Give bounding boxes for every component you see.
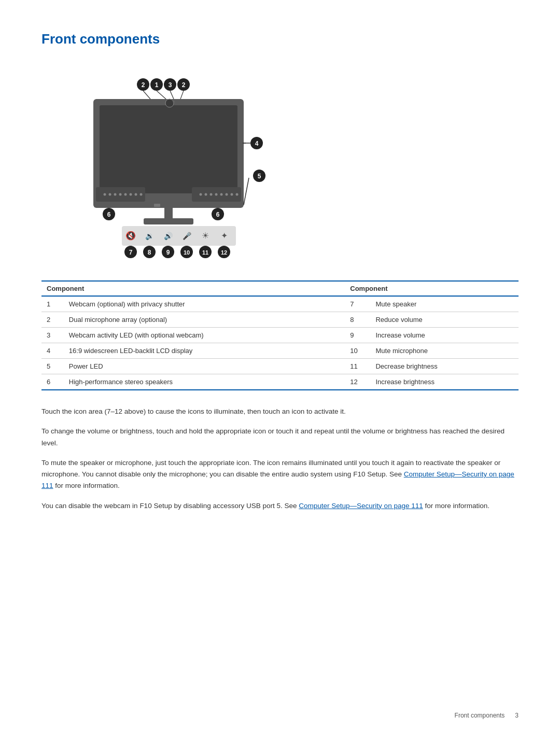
row-num-right: 12: [345, 374, 370, 390]
svg-rect-24: [154, 204, 160, 207]
row-num-right: 7: [345, 296, 370, 312]
svg-line-65: [180, 91, 184, 99]
row-desc-right: Increase brightness: [370, 374, 519, 390]
svg-point-21: [226, 193, 228, 196]
svg-text:9: 9: [166, 249, 170, 256]
svg-text:3: 3: [169, 81, 172, 89]
security-link-2[interactable]: Computer Setup—Security on page 111: [299, 502, 423, 510]
svg-text:✦: ✦: [221, 231, 228, 240]
svg-text:🔇: 🔇: [125, 231, 136, 241]
row-num-right: 10: [345, 343, 370, 359]
svg-text:2: 2: [182, 81, 186, 89]
row-desc-left: Webcam (optional) with privacy shutter: [64, 296, 345, 312]
svg-text:🎤: 🎤: [183, 232, 192, 241]
svg-point-4: [165, 99, 174, 107]
svg-rect-25: [122, 226, 236, 246]
row-desc-left: Power LED: [64, 359, 345, 374]
body-paragraph-3: To mute the speaker or microphone, just …: [41, 457, 519, 492]
table-header-col2: Component: [345, 281, 519, 296]
svg-point-10: [119, 193, 122, 196]
footer-label: Front components: [455, 712, 505, 719]
table-row: 5Power LED11Decrease brightness: [41, 359, 519, 374]
svg-point-9: [114, 193, 117, 196]
svg-line-64: [170, 91, 174, 99]
svg-point-12: [130, 193, 132, 196]
table-row: 2Dual microphone array (optional)8Reduce…: [41, 312, 519, 328]
svg-text:2: 2: [142, 81, 145, 89]
page-title: Front components: [41, 31, 519, 47]
row-desc-left: 16:9 widescreen LED-backlit LCD display: [64, 343, 345, 359]
svg-point-22: [231, 193, 233, 196]
row-num-right: 9: [345, 328, 370, 343]
svg-text:4: 4: [255, 140, 259, 147]
row-num-right: 8: [345, 312, 370, 328]
row-num-left: 6: [41, 374, 64, 390]
svg-text:7: 7: [129, 249, 133, 256]
svg-point-11: [124, 193, 127, 196]
row-num-right: 11: [345, 359, 370, 374]
svg-point-23: [236, 193, 239, 196]
svg-line-33: [244, 178, 249, 205]
row-num-left: 5: [41, 359, 64, 374]
row-desc-right: Reduce volume: [370, 312, 519, 328]
components-table: Component Component 1Webcam (optional) w…: [41, 280, 519, 390]
svg-rect-1: [100, 105, 237, 193]
svg-text:6: 6: [216, 211, 220, 218]
svg-point-5: [173, 101, 175, 103]
svg-text:5: 5: [258, 173, 261, 180]
row-desc-right: Decrease brightness: [370, 359, 519, 374]
body-paragraph-1: Touch the icon area (7–12 above) to caus…: [41, 406, 519, 417]
svg-line-62: [143, 91, 150, 99]
row-num-left: 1: [41, 296, 64, 312]
front-components-diagram: 🔇 🔉 🔊 🎤 ☀ ✦ 2 1 3 2 4 5 6 6: [41, 63, 332, 265]
svg-text:6: 6: [107, 211, 111, 218]
svg-text:☀: ☀: [202, 231, 209, 240]
row-desc-right: Mute speaker: [370, 296, 519, 312]
row-desc-left: Webcam activity LED (with optional webca…: [64, 328, 345, 343]
svg-line-63: [157, 91, 166, 99]
svg-text:12: 12: [221, 249, 227, 256]
table-header-col1: Component: [41, 281, 345, 296]
svg-point-14: [140, 193, 143, 196]
svg-point-17: [205, 193, 207, 196]
footer-page: 3: [515, 712, 519, 719]
table-row: 6High-performance stereo speakers12Incre…: [41, 374, 519, 390]
row-num-left: 4: [41, 343, 64, 359]
row-desc-left: Dual microphone array (optional): [64, 312, 345, 328]
table-row: 416:9 widescreen LED-backlit LCD display…: [41, 343, 519, 359]
table-row: 1Webcam (optional) with privacy shutter7…: [41, 296, 519, 312]
table-row: 3Webcam activity LED (with optional webc…: [41, 328, 519, 343]
row-desc-right: Mute microphone: [370, 343, 519, 359]
diagram-area: 🔇 🔉 🔊 🎤 ☀ ✦ 2 1 3 2 4 5 6 6: [41, 63, 519, 265]
svg-text:11: 11: [202, 249, 208, 256]
svg-point-13: [135, 193, 137, 196]
svg-rect-3: [144, 218, 193, 224]
row-num-left: 2: [41, 312, 64, 328]
page-footer: Front components 3: [455, 712, 519, 719]
svg-text:🔉: 🔉: [145, 232, 155, 241]
svg-text:🔊: 🔊: [164, 232, 173, 241]
svg-point-18: [210, 193, 213, 196]
row-desc-left: High-performance stereo speakers: [64, 374, 345, 390]
body-paragraph-4: You can disable the webcam in F10 Setup …: [41, 500, 519, 512]
row-desc-right: Increase volume: [370, 328, 519, 343]
body-paragraph-2: To change the volume or brightness, touc…: [41, 426, 519, 449]
svg-text:1: 1: [155, 81, 159, 89]
svg-point-7: [104, 193, 106, 196]
svg-rect-2: [164, 208, 173, 219]
svg-point-8: [109, 193, 111, 196]
svg-text:8: 8: [148, 249, 151, 256]
svg-point-19: [215, 193, 218, 196]
svg-point-16: [200, 193, 202, 196]
svg-text:10: 10: [184, 249, 190, 256]
svg-point-20: [220, 193, 223, 196]
row-num-left: 3: [41, 328, 64, 343]
